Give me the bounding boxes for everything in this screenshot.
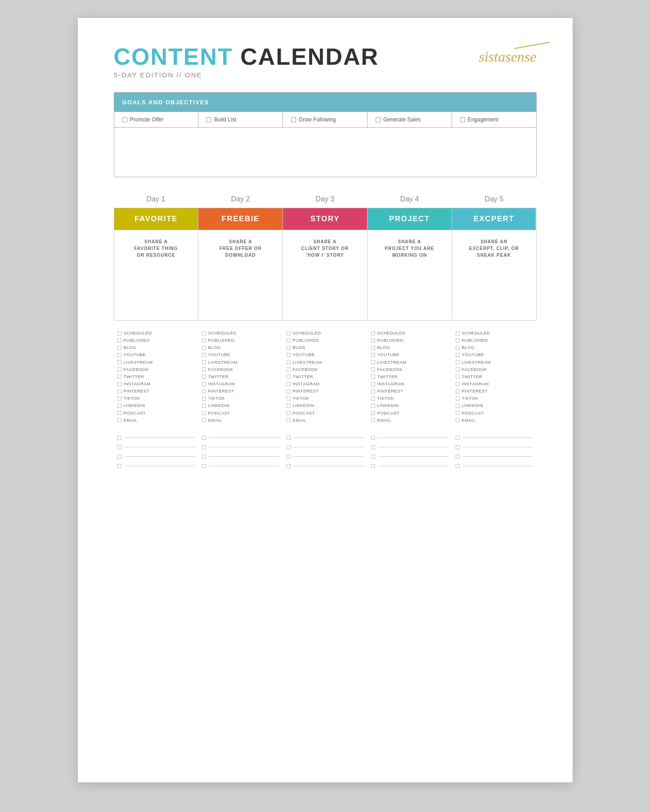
line-checkbox[interactable]	[456, 445, 460, 449]
checkbox[interactable]	[287, 389, 291, 393]
line-checkbox[interactable]	[117, 445, 121, 449]
checkbox[interactable]	[287, 418, 291, 422]
checklist-item[interactable]: PUBLISHED	[287, 337, 364, 344]
checklist-item[interactable]: PODCAST	[371, 410, 448, 417]
checklist-item[interactable]: INSTAGRAM	[287, 380, 364, 388]
checkbox[interactable]	[117, 404, 121, 408]
checklist-item[interactable]: FACEBOOK	[287, 366, 364, 373]
checklist-item[interactable]: PINTEREST	[371, 388, 448, 395]
checkbox[interactable]	[291, 117, 296, 122]
checkbox[interactable]	[202, 411, 206, 415]
checkbox[interactable]	[456, 382, 460, 386]
line-item[interactable]	[287, 436, 364, 440]
checkbox[interactable]	[287, 375, 291, 379]
line-item[interactable]	[202, 464, 279, 468]
checklist-item[interactable]: SCHEDULED	[287, 330, 364, 337]
checkbox[interactable]	[287, 404, 291, 408]
line-item[interactable]	[371, 464, 448, 468]
checklist-item[interactable]: LIVESTREAM	[202, 359, 279, 366]
checklist-item[interactable]: LINKEDIN	[371, 402, 448, 409]
checkbox[interactable]	[371, 331, 375, 335]
line-checkbox[interactable]	[202, 436, 206, 440]
checklist-item[interactable]: FACEBOOK	[117, 366, 195, 373]
line-checkbox[interactable]	[371, 464, 375, 468]
checkbox[interactable]	[202, 397, 206, 401]
checkbox[interactable]	[287, 339, 291, 343]
line-checkbox[interactable]	[202, 464, 206, 468]
line-checkbox[interactable]	[456, 464, 460, 468]
checklist-item[interactable]: TIKTOK	[202, 395, 279, 402]
checkbox[interactable]	[202, 367, 206, 371]
checklist-item[interactable]: LIVESTREAM	[117, 359, 195, 366]
checkbox[interactable]	[287, 360, 291, 364]
checkbox[interactable]	[371, 404, 375, 408]
line-item[interactable]	[202, 445, 279, 449]
line-checkbox[interactable]	[371, 445, 375, 449]
checklist-item[interactable]: YOUTUBE	[456, 351, 533, 358]
checkbox[interactable]	[371, 375, 375, 379]
checkbox[interactable]	[202, 418, 206, 422]
line-item[interactable]	[117, 455, 195, 459]
line-item[interactable]	[202, 436, 279, 440]
checkbox[interactable]	[456, 339, 460, 343]
checkbox[interactable]	[456, 360, 460, 364]
checklist-item[interactable]: LINKEDIN	[202, 402, 279, 409]
checkbox[interactable]	[117, 353, 121, 357]
checklist-item[interactable]: FACEBOOK	[456, 366, 533, 373]
checkbox[interactable]	[371, 389, 375, 393]
checkbox[interactable]	[456, 375, 460, 379]
line-item[interactable]	[456, 455, 533, 459]
checklist-item[interactable]: LIVESTREAM	[371, 359, 448, 366]
checklist-item[interactable]: PUBLISHED	[117, 337, 195, 344]
checkbox[interactable]	[456, 411, 460, 415]
checkbox[interactable]	[371, 418, 375, 422]
checkbox[interactable]	[371, 353, 375, 357]
checklist-item[interactable]: BLOG	[456, 344, 533, 351]
line-checkbox[interactable]	[117, 455, 121, 459]
checkbox[interactable]	[456, 346, 460, 350]
checkbox[interactable]	[287, 397, 291, 401]
checklist-item[interactable]: FACEBOOK	[371, 366, 448, 373]
checklist-item[interactable]: FACEBOOK	[202, 366, 279, 373]
checklist-item[interactable]: YOUTUBE	[371, 351, 448, 358]
checklist-item[interactable]: SCHEDULED	[117, 330, 195, 337]
checkbox[interactable]	[117, 397, 121, 401]
checklist-item[interactable]: PUBLISHED	[456, 337, 533, 344]
checklist-item[interactable]: EMAIL	[287, 417, 364, 424]
checklist-item[interactable]: EMAIL	[202, 417, 279, 424]
line-item[interactable]	[456, 436, 533, 440]
checkbox[interactable]	[202, 404, 206, 408]
checklist-item[interactable]: BLOG	[202, 344, 279, 351]
checkbox[interactable]	[371, 346, 375, 350]
goals-checkbox-item[interactable]: Promote Offer	[114, 112, 199, 127]
line-item[interactable]	[456, 445, 533, 449]
checklist-item[interactable]: TWITTER	[202, 373, 279, 380]
checkbox[interactable]	[117, 346, 121, 350]
checklist-item[interactable]: PINTEREST	[287, 388, 364, 395]
checklist-item[interactable]: PODCAST	[287, 410, 364, 417]
checklist-item[interactable]: TIKTOK	[287, 395, 364, 402]
checkbox[interactable]	[117, 375, 121, 379]
line-item[interactable]	[371, 455, 448, 459]
line-item[interactable]	[456, 464, 533, 468]
checklist-item[interactable]: INSTAGRAM	[202, 380, 279, 388]
checklist-item[interactable]: PINTEREST	[117, 388, 195, 395]
checkbox[interactable]	[287, 382, 291, 386]
checklist-item[interactable]: YOUTUBE	[287, 351, 364, 358]
checkbox[interactable]	[117, 339, 121, 343]
checklist-item[interactable]: TIKTOK	[371, 395, 448, 402]
checklist-item[interactable]: EMAIL	[371, 417, 448, 424]
checkbox[interactable]	[117, 360, 121, 364]
line-checkbox[interactable]	[456, 436, 460, 440]
checklist-item[interactable]: BLOG	[371, 344, 448, 351]
line-item[interactable]	[117, 445, 195, 449]
line-checkbox[interactable]	[287, 436, 291, 440]
checklist-item[interactable]: YOUTUBE	[202, 351, 279, 358]
goals-checkbox-item[interactable]: Generate Sales	[368, 112, 452, 127]
checkbox[interactable]	[456, 404, 460, 408]
checklist-item[interactable]: BLOG	[117, 344, 195, 351]
checkbox[interactable]	[456, 367, 460, 371]
checkbox[interactable]	[371, 397, 375, 401]
line-checkbox[interactable]	[456, 455, 460, 459]
checkbox[interactable]	[460, 117, 465, 122]
